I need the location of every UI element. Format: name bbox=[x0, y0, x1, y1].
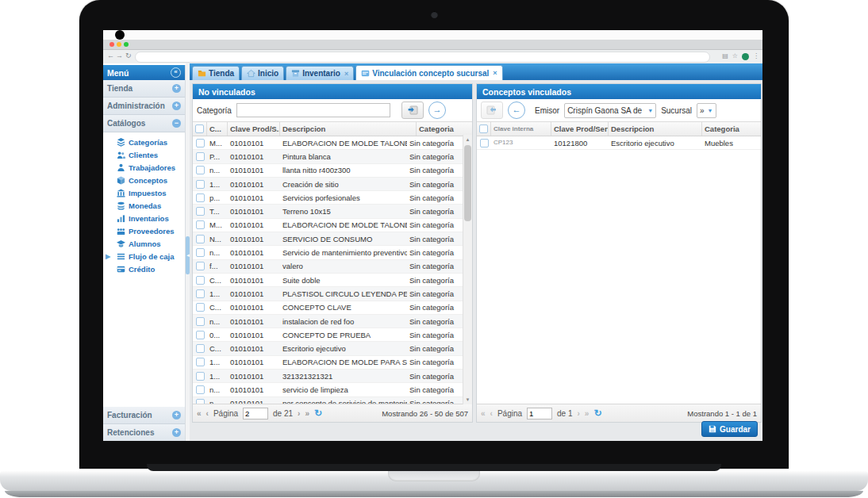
page-number-input[interactable] bbox=[527, 408, 552, 419]
next-page-icon[interactable]: › bbox=[578, 409, 580, 418]
sidebar-item-flujo-de-caja[interactable]: ▶ Flujo de caja bbox=[103, 250, 185, 262]
row-checkbox[interactable] bbox=[196, 317, 205, 326]
row-checkbox[interactable] bbox=[196, 289, 205, 298]
table-row[interactable]: C...01010101CONCEPTO CLAVESin categoría bbox=[193, 301, 463, 315]
expand-plus-icon[interactable]: + bbox=[172, 102, 181, 110]
refresh-icon[interactable]: ↻ bbox=[314, 408, 322, 419]
select-all-checkbox[interactable] bbox=[195, 125, 204, 133]
sucursal-dropdown[interactable]: » ▼ bbox=[697, 103, 716, 118]
sidebar-item-proveedores[interactable]: Proveedores bbox=[103, 224, 185, 237]
table-row[interactable]: n...01010101Servicio de mantenimiento pr… bbox=[193, 246, 463, 259]
column-header-clave-interna[interactable]: Clave interna bbox=[491, 122, 551, 136]
table-row[interactable]: CP12310121800Escritorio ejecutivoMuebles bbox=[477, 136, 761, 150]
table-row[interactable]: 1...01010101ELABORACION DE MOLDE PARA SU… bbox=[193, 356, 463, 370]
forward-icon[interactable]: → bbox=[116, 52, 123, 59]
sidebar-item-trabajadores[interactable]: Trabajadores bbox=[103, 161, 185, 174]
sidebar-section-catalogos[interactable]: Catálogos − bbox=[103, 115, 185, 132]
next-page-icon[interactable]: › bbox=[298, 409, 300, 418]
row-checkbox[interactable] bbox=[196, 358, 205, 366]
tab-inventario[interactable]: Inventario × bbox=[286, 66, 354, 80]
sidebar-section-retenciones[interactable]: Retenciones + bbox=[103, 424, 185, 441]
table-row[interactable]: 1...01010101PLASTISOL CIRCULO LEYENDA PE… bbox=[193, 287, 463, 301]
column-header-clave-prod[interactable]: Clave Prod/S... bbox=[228, 122, 280, 136]
sidebar-item-impuestos[interactable]: Impuestos bbox=[103, 186, 185, 199]
back-icon[interactable]: ← bbox=[107, 52, 114, 59]
row-checkbox[interactable] bbox=[196, 207, 205, 216]
sidebar-item-credito[interactable]: Crédito bbox=[103, 262, 185, 275]
table-row[interactable]: P...01010101Pintura blancaSin categoría bbox=[193, 150, 463, 163]
row-checkbox[interactable] bbox=[196, 385, 205, 394]
scroll-down-icon[interactable]: ▼ bbox=[463, 395, 472, 404]
menu-dots-icon[interactable]: ⋮ bbox=[753, 51, 759, 62]
last-page-icon[interactable]: » bbox=[305, 409, 309, 418]
table-row[interactable]: 1...01010101321321321321Sin categoría bbox=[193, 370, 463, 383]
sidebar-section-facturacion[interactable]: Facturación + bbox=[103, 407, 185, 424]
row-checkbox[interactable] bbox=[196, 399, 205, 404]
row-checkbox[interactable] bbox=[196, 166, 205, 174]
column-header-categoria[interactable]: Categoria bbox=[702, 122, 761, 136]
table-row[interactable]: n...01010101llanta nitto r400z300Sin cat… bbox=[193, 164, 463, 178]
categoria-input[interactable] bbox=[236, 103, 390, 117]
move-right-button[interactable]: → bbox=[428, 102, 446, 119]
zoom-window-icon[interactable] bbox=[124, 42, 129, 47]
tab-tienda[interactable]: Tienda bbox=[192, 66, 240, 80]
table-row[interactable]: n...01010101servicio de limpiezaSin cate… bbox=[193, 383, 463, 396]
translate-icon[interactable]: ▤ bbox=[722, 51, 728, 62]
bookmark-star-icon[interactable]: ☆ bbox=[732, 51, 738, 62]
sidebar-item-alumnos[interactable]: Alumnos bbox=[103, 237, 185, 250]
address-bar[interactable] bbox=[135, 52, 710, 63]
left-table-scrollbar[interactable]: ▲ ▼ bbox=[463, 135, 472, 404]
close-tab-icon[interactable]: × bbox=[344, 70, 348, 78]
row-checkbox[interactable] bbox=[196, 262, 205, 270]
table-row[interactable]: n...01010101por concepto de serivicio de… bbox=[193, 397, 463, 404]
row-checkbox[interactable] bbox=[196, 139, 205, 147]
last-page-icon[interactable]: » bbox=[585, 409, 590, 418]
row-checkbox[interactable] bbox=[196, 248, 205, 257]
row-checkbox[interactable] bbox=[196, 180, 205, 189]
row-checkbox[interactable] bbox=[196, 303, 205, 312]
sidebar-section-tienda[interactable]: Tienda + bbox=[103, 80, 185, 98]
row-checkbox[interactable] bbox=[196, 193, 205, 202]
select-all-checkbox[interactable] bbox=[479, 125, 488, 133]
table-row[interactable]: C...01010101Escritorio ejecutivoSin cate… bbox=[193, 342, 463, 355]
prev-page-icon[interactable]: ‹ bbox=[490, 409, 493, 418]
expand-plus-icon[interactable]: + bbox=[172, 84, 181, 93]
table-row[interactable]: 1...01010101Creación de sitioSin categor… bbox=[193, 178, 463, 191]
table-row[interactable]: 0...01010101CONCEPTO DE PRUEBASin catego… bbox=[193, 328, 463, 342]
tab-inicio[interactable]: Inicio bbox=[241, 66, 284, 80]
sidebar-item-categorias[interactable]: Categorías bbox=[103, 136, 185, 148]
minimize-window-icon[interactable] bbox=[117, 42, 121, 47]
table-row[interactable]: T...01010101Terreno 10x15Sin categoría bbox=[193, 205, 463, 218]
table-row[interactable]: M...01010101ELABORACION DE MOLDE TALONER… bbox=[193, 219, 463, 232]
tab-vinculacion-concepto-sucursal[interactable]: Vinculación concepto sucursal × bbox=[355, 65, 502, 80]
scroll-up-icon[interactable]: ▲ bbox=[463, 135, 472, 144]
row-checkbox[interactable] bbox=[196, 372, 205, 381]
close-tab-icon[interactable]: × bbox=[493, 69, 497, 77]
first-page-icon[interactable]: « bbox=[481, 409, 486, 418]
sidebar-section-administracion[interactable]: Administración + bbox=[103, 98, 185, 115]
assign-selected-button[interactable] bbox=[401, 102, 424, 119]
row-checkbox[interactable] bbox=[196, 331, 205, 339]
column-header-categoria[interactable]: Categoria bbox=[417, 122, 472, 136]
row-checkbox[interactable] bbox=[196, 152, 205, 161]
collapse-minus-icon[interactable]: − bbox=[172, 119, 181, 128]
sidebar-item-inventarios[interactable]: Inventarios bbox=[103, 212, 185, 224]
reload-icon[interactable]: ↻ bbox=[125, 52, 132, 59]
table-row[interactable]: N...01010101SERVICIO DE CONSUMOSin categ… bbox=[193, 232, 463, 246]
column-header-clave-prod-serv[interactable]: Clave Prod/Serv bbox=[551, 122, 609, 136]
row-checkbox[interactable] bbox=[196, 235, 205, 243]
sidebar-item-monedas[interactable]: Monedas bbox=[103, 199, 185, 212]
first-page-icon[interactable]: « bbox=[197, 409, 202, 418]
prev-page-icon[interactable]: ‹ bbox=[206, 409, 209, 418]
profile-avatar[interactable] bbox=[742, 53, 749, 60]
column-header-descripcion[interactable]: Descripcion bbox=[609, 122, 702, 136]
scrollbar-thumb[interactable] bbox=[464, 145, 471, 221]
move-left-button[interactable]: ← bbox=[508, 102, 525, 119]
sidebar-item-clientes[interactable]: Clientes bbox=[103, 148, 185, 161]
expand-plus-icon[interactable]: + bbox=[172, 411, 181, 419]
table-row[interactable]: C...01010101Suite dobleSin categoría bbox=[193, 274, 463, 287]
table-row[interactable]: M...01010101ELABORACION DE MOLDE TALONER… bbox=[193, 136, 463, 150]
sidebar-collapse-icon[interactable]: « bbox=[171, 67, 181, 78]
emisor-dropdown[interactable]: Crispín Gaona SA de C ▼ bbox=[564, 103, 656, 118]
table-row[interactable]: f...01010101valeroSin categoría bbox=[193, 260, 463, 274]
